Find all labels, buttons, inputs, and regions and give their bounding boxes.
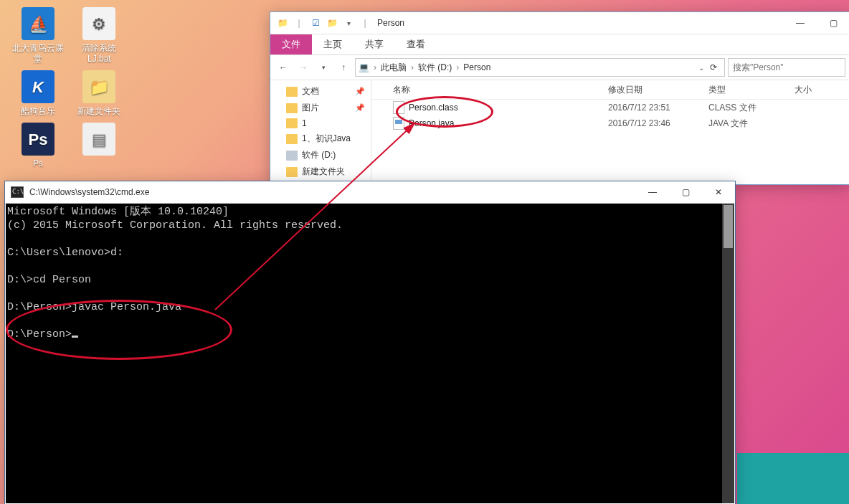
cmd-title: C:\Windows\system32\cmd.exe [29, 187, 149, 197]
address-dropdown-icon[interactable]: ⌄ [698, 64, 704, 72]
folder-icon [286, 118, 298, 128]
chevron-right-icon[interactable]: › [409, 62, 415, 72]
search-placeholder: 搜索"Person" [733, 62, 784, 74]
breadcrumb-segment[interactable]: 此电脑 [381, 62, 407, 74]
col-date[interactable]: 修改日期 [608, 84, 708, 96]
address-bar[interactable]: 💻 › 此电脑 › 软件 (D:) › Person ⌄ ⟳ [355, 58, 725, 77]
chevron-right-icon[interactable]: › [372, 62, 378, 72]
recent-dropdown[interactable]: ▾ [315, 59, 332, 76]
refresh-icon[interactable]: ⟳ [706, 62, 721, 72]
folder-icon [286, 167, 298, 177]
minimize-button[interactable]: — [636, 181, 669, 203]
tree-item[interactable]: 新建文件夹 [270, 163, 371, 180]
folder-icon [286, 134, 298, 144]
term-line: D:\>cd Person [7, 274, 91, 286]
desktop[interactable]: ⛵北大青鸟云课堂 ⚙清除系统LJ.bat K酷狗音乐 📁新建文件夹 PsPs ▤… [0, 0, 849, 504]
scrollbar[interactable] [722, 204, 734, 503]
qat-separator: | [357, 15, 373, 31]
cmd-icon [11, 186, 24, 198]
col-size[interactable]: 大小 [795, 84, 838, 96]
file-date: 2016/7/12 23:46 [608, 118, 708, 128]
term-line: C:\Users\lenovo>d: [7, 247, 123, 259]
file-row[interactable]: Person.class 2016/7/12 23:51 CLASS 文件 [371, 100, 849, 115]
window-title: Person [373, 18, 404, 28]
explorer-window[interactable]: 📁 | ☑ 📁 ▾ | Person — ▢ 文件 主页 共享 查看 ← → ▾… [270, 11, 849, 185]
desktop-icon[interactable]: ⛵北大青鸟云课堂 [10, 7, 66, 65]
qat-dropdown-icon[interactable]: ▾ [341, 15, 356, 31]
file-type: JAVA 文件 [708, 118, 795, 130]
navigation-pane[interactable]: 文档📌 图片📌 1 1、初识Java 软件 (D:) 新建文件夹 [270, 80, 371, 186]
tab-file[interactable]: 文件 [270, 34, 312, 54]
forward-button[interactable]: → [295, 59, 312, 76]
maximize-button[interactable]: ▢ [669, 181, 702, 203]
tab-view[interactable]: 查看 [395, 34, 437, 54]
scrollbar-thumb[interactable] [724, 205, 733, 248]
explorer-navbar: ← → ▾ ↑ 💻 › 此电脑 › 软件 (D:) › Person ⌄ ⟳ 搜… [270, 55, 849, 80]
folder-small-icon: 📁 [324, 15, 340, 31]
column-headers[interactable]: 名称 修改日期 类型 大小 [371, 80, 849, 100]
file-name: Person.java [409, 118, 454, 128]
desktop-icon[interactable]: ⚙清除系统LJ.bat [71, 7, 127, 65]
cmd-window[interactable]: C:\Windows\system32\cmd.exe — ▢ ✕ Micros… [4, 181, 736, 504]
breadcrumb-segment[interactable]: Person [463, 62, 490, 72]
term-line: (c) 2015 Microsoft Corporation. All righ… [7, 219, 343, 232]
cmd-titlebar[interactable]: C:\Windows\system32\cmd.exe — ▢ ✕ [5, 181, 735, 204]
desktop-icon-grid: ⛵北大青鸟云课堂 ⚙清除系统LJ.bat K酷狗音乐 📁新建文件夹 PsPs ▤ [9, 4, 138, 172]
file-name: Person.class [409, 103, 458, 113]
java-file-icon [393, 117, 404, 130]
tree-item[interactable]: 文档📌 [270, 83, 371, 100]
term-line: D:\Person>javac Person.java [7, 301, 181, 313]
folder-icon [286, 87, 298, 97]
folder-icon [286, 103, 298, 113]
file-date: 2016/7/12 23:51 [608, 103, 708, 113]
term-line: D:\Person> [7, 328, 72, 341]
maximize-button[interactable]: ▢ [817, 12, 849, 34]
taskbar-fragment [737, 453, 849, 504]
file-list[interactable]: 名称 修改日期 类型 大小 Person.class 2016/7/12 23:… [371, 80, 849, 186]
terminal-output[interactable]: Microsoft Windows [版本 10.0.10240] (c) 20… [6, 204, 734, 503]
tree-item[interactable]: 1、初识Java [270, 130, 371, 147]
back-button[interactable]: ← [275, 59, 292, 76]
explorer-titlebar[interactable]: 📁 | ☑ 📁 ▾ | Person — ▢ [270, 12, 849, 34]
search-input[interactable]: 搜索"Person" [728, 58, 845, 77]
drive-icon [286, 151, 298, 161]
col-type[interactable]: 类型 [708, 84, 795, 96]
tab-home[interactable]: 主页 [312, 34, 354, 54]
desktop-icon[interactable]: ▤ [71, 123, 127, 158]
close-button[interactable]: ✕ [702, 181, 735, 203]
desktop-icon[interactable]: K酷狗音乐 [10, 70, 66, 117]
pin-icon: 📌 [355, 103, 365, 113]
file-type: CLASS 文件 [708, 102, 795, 114]
col-name[interactable]: 名称 [371, 84, 608, 96]
desktop-icon[interactable]: PsPs [10, 123, 66, 169]
pc-icon: 💻 [359, 62, 369, 72]
term-line: Microsoft Windows [版本 10.0.10240] [7, 206, 229, 218]
breadcrumb-segment[interactable]: 软件 (D:) [418, 62, 452, 74]
file-icon [393, 101, 404, 114]
tree-item-drive[interactable]: 软件 (D:) [270, 147, 371, 163]
cursor [72, 336, 78, 338]
ribbon-tabs: 文件 主页 共享 查看 [270, 34, 849, 55]
folder-icon: 📁 [275, 15, 290, 31]
desktop-icon[interactable]: 📁新建文件夹 [71, 70, 127, 117]
chevron-right-icon[interactable]: › [455, 62, 460, 72]
tab-share[interactable]: 共享 [354, 34, 395, 54]
qat-separator: | [291, 15, 307, 31]
properties-icon[interactable]: ☑ [308, 15, 323, 31]
tree-item[interactable]: 1 [270, 116, 371, 130]
tree-item[interactable]: 图片📌 [270, 100, 371, 116]
up-button[interactable]: ↑ [335, 59, 352, 76]
quick-access-toolbar: 📁 | ☑ 📁 ▾ | [270, 15, 373, 31]
pin-icon: 📌 [355, 87, 365, 96]
minimize-button[interactable]: — [784, 12, 817, 34]
file-row[interactable]: Person.java 2016/7/12 23:46 JAVA 文件 [371, 115, 849, 131]
